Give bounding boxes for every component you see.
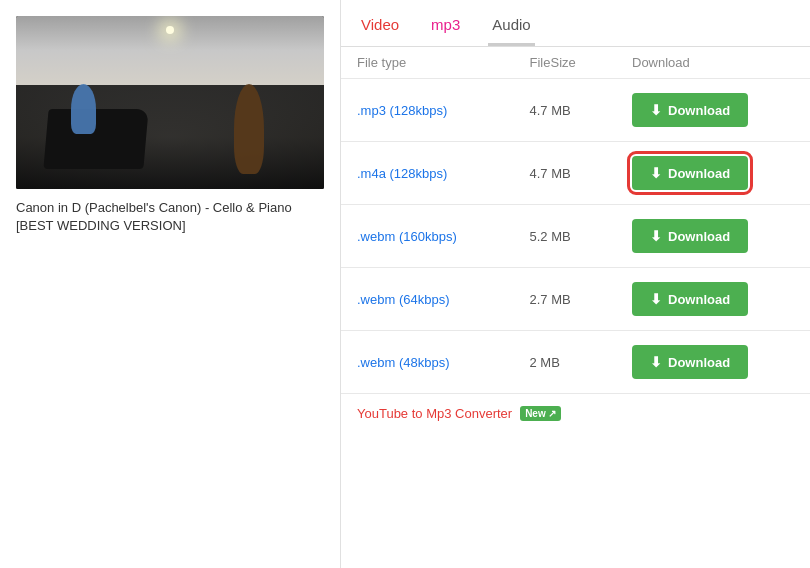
file-type-cell: .webm (64kbps) <box>341 268 514 331</box>
ceiling-light <box>166 26 174 34</box>
file-type-cell: .mp3 (128kbps) <box>341 79 514 142</box>
badge-icon: ↗ <box>548 408 556 419</box>
tab-mp3[interactable]: mp3 <box>427 10 464 46</box>
file-size-cell: 5.2 MB <box>514 205 616 268</box>
table-row: .webm (64kbps)2.7 MB⬇Download <box>341 268 810 331</box>
download-button[interactable]: ⬇Download <box>632 93 748 127</box>
video-title: Canon in D (Pachelbel's Canon) - Cello &… <box>16 199 324 235</box>
download-icon: ⬇ <box>650 291 662 307</box>
piano-shape <box>43 109 148 169</box>
download-btn-label: Download <box>668 292 730 307</box>
table-row: .mp3 (128kbps)4.7 MB⬇Download <box>341 79 810 142</box>
yt-converter-link[interactable]: YouTube to Mp3 Converter <box>357 406 512 421</box>
download-icon: ⬇ <box>650 102 662 118</box>
thumbnail-scene <box>16 16 324 189</box>
badge-label: New <box>525 408 546 419</box>
download-cell: ⬇Download <box>616 268 810 331</box>
download-icon: ⬇ <box>650 354 662 370</box>
right-panel: Video mp3 Audio File type FileSize Downl… <box>340 0 810 568</box>
file-type-cell: .webm (160kbps) <box>341 205 514 268</box>
tab-video[interactable]: Video <box>357 10 403 46</box>
download-icon: ⬇ <box>650 165 662 181</box>
file-size-cell: 2.7 MB <box>514 268 616 331</box>
table-row: .webm (48kbps)2 MB⬇Download <box>341 331 810 394</box>
file-size-cell: 2 MB <box>514 331 616 394</box>
col-header-download: Download <box>616 47 810 79</box>
file-size-cell: 4.7 MB <box>514 79 616 142</box>
download-btn-label: Download <box>668 355 730 370</box>
download-cell: ⬇Download <box>616 331 810 394</box>
download-cell: ⬇Download <box>616 205 810 268</box>
file-type-cell: .m4a (128kbps) <box>341 142 514 205</box>
download-btn-label: Download <box>668 103 730 118</box>
col-header-filetype: File type <box>341 47 514 79</box>
download-button[interactable]: ⬇Download <box>632 345 748 379</box>
tab-audio[interactable]: Audio <box>488 10 534 46</box>
tabs-container: Video mp3 Audio <box>341 0 810 47</box>
cello-figure <box>234 84 264 174</box>
video-thumbnail <box>16 16 324 189</box>
table-row: .webm (160kbps)5.2 MB⬇Download <box>341 205 810 268</box>
download-table: File type FileSize Download .mp3 (128kbp… <box>341 47 810 394</box>
left-panel: Canon in D (Pachelbel's Canon) - Cello &… <box>0 0 340 568</box>
download-button[interactable]: ⬇Download <box>632 282 748 316</box>
file-size-cell: 4.7 MB <box>514 142 616 205</box>
download-btn-label: Download <box>668 166 730 181</box>
pianist-figure <box>71 84 96 134</box>
col-header-filesize: FileSize <box>514 47 616 79</box>
download-button[interactable]: ⬇Download <box>632 156 748 190</box>
download-cell: ⬇Download <box>616 79 810 142</box>
download-button[interactable]: ⬇Download <box>632 219 748 253</box>
download-icon: ⬇ <box>650 228 662 244</box>
download-cell: ⬇Download <box>616 142 810 205</box>
file-type-cell: .webm (48kbps) <box>341 331 514 394</box>
new-badge: New ↗ <box>520 406 561 421</box>
table-row: .m4a (128kbps)4.7 MB⬇Download <box>341 142 810 205</box>
download-btn-label: Download <box>668 229 730 244</box>
footer-row: YouTube to Mp3 Converter New ↗ <box>341 394 810 433</box>
